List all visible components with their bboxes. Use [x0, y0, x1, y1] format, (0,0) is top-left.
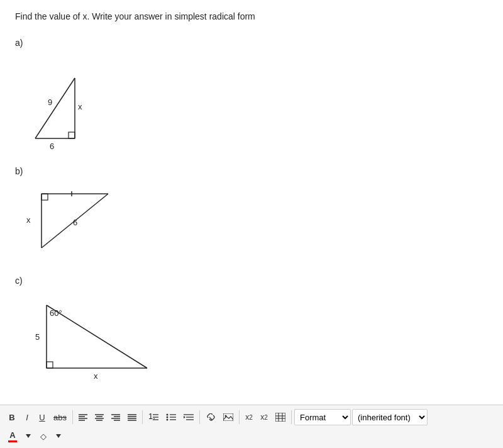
svg-rect-12 [47, 362, 53, 368]
table-button[interactable] [272, 409, 289, 425]
question-text: Find the value of x. Write your answer i… [15, 11, 488, 21]
link-button[interactable] [202, 409, 219, 425]
svg-marker-42 [184, 416, 185, 418]
table-icon [275, 413, 285, 422]
svg-marker-51 [26, 434, 31, 438]
strikethrough-button[interactable]: abs [50, 409, 70, 425]
part-a-section: a) 9 [15, 33, 488, 152]
ordered-list-icon: 1. [148, 413, 158, 421]
underline-button[interactable]: U [35, 409, 49, 425]
part-c-section: c) 60° 5 x [15, 271, 488, 390]
font-color-dropdown[interactable] [21, 428, 35, 444]
subscript-button[interactable]: x2 [242, 409, 256, 425]
part-b-label: b) [15, 166, 488, 176]
font-color-button[interactable]: A [5, 428, 20, 444]
part-b-section: b) x 6 [15, 161, 488, 262]
svg-rect-46 [275, 413, 285, 422]
main-content: Find the value of x. Write your answer i… [0, 0, 503, 405]
bold-button[interactable]: B [5, 409, 19, 425]
align-right-icon [111, 413, 120, 421]
align-justify-icon [128, 413, 136, 421]
separator-3 [199, 410, 200, 424]
align-justify-button[interactable] [124, 409, 140, 425]
image-button[interactable] [220, 409, 236, 425]
indent-icon [184, 413, 194, 421]
diagram-c: 60° 5 x [15, 289, 160, 390]
align-center-icon [95, 413, 104, 421]
image-icon [223, 413, 233, 421]
unordered-list-icon [166, 413, 176, 421]
italic-button[interactable]: I [20, 409, 34, 425]
link-icon [206, 413, 216, 421]
align-center-button[interactable] [92, 409, 107, 425]
indent-button[interactable] [180, 409, 197, 425]
font-select[interactable]: (inherited font) [352, 409, 428, 425]
label-x-a: x [78, 102, 82, 111]
format-select[interactable]: Format [294, 409, 351, 425]
label-9-a: 9 [48, 98, 52, 107]
svg-point-33 [166, 414, 168, 416]
diagrams-row: a) 9 [15, 33, 488, 393]
label-60-c: 60° [50, 308, 62, 318]
svg-rect-7 [41, 194, 48, 200]
toolbar-row-1: B I U abs 1. [5, 409, 498, 425]
separator-1 [72, 410, 73, 424]
toolbar: B I U abs 1. [0, 405, 503, 448]
label-6-b: 6 [73, 218, 77, 227]
diagram-b: x 6 [15, 180, 141, 262]
label-5-c: 5 [35, 332, 40, 342]
label-x-b: x [26, 215, 31, 225]
svg-point-34 [166, 417, 168, 418]
align-right-button[interactable] [108, 409, 123, 425]
special-char-button[interactable]: ◇ [36, 428, 50, 444]
superscript-button[interactable]: x2 [257, 409, 271, 425]
special-dropdown[interactable] [52, 428, 65, 444]
svg-rect-3 [69, 132, 75, 138]
svg-point-35 [166, 419, 168, 421]
toolbar-row-2: A ◇ [5, 428, 498, 444]
align-left-icon [79, 413, 87, 421]
label-x-c: x [94, 371, 98, 381]
chevron-down-icon [26, 434, 31, 438]
color-bar [8, 440, 17, 442]
part-c-label: c) [15, 276, 488, 286]
label-6-a: 6 [50, 142, 54, 151]
chevron-down-icon-2 [56, 434, 61, 438]
diagram-a: 9 x 6 [15, 52, 128, 152]
svg-marker-52 [56, 434, 61, 438]
separator-2 [142, 410, 143, 424]
separator-5 [291, 410, 292, 424]
ordered-list-button[interactable]: 1. [145, 409, 162, 425]
svg-rect-44 [223, 413, 233, 421]
font-color-label: A [9, 430, 15, 440]
separator-4 [239, 410, 240, 424]
svg-line-2 [35, 78, 75, 138]
align-left-button[interactable] [75, 409, 91, 425]
part-a-label: a) [15, 38, 488, 48]
unordered-list-button[interactable] [163, 409, 179, 425]
